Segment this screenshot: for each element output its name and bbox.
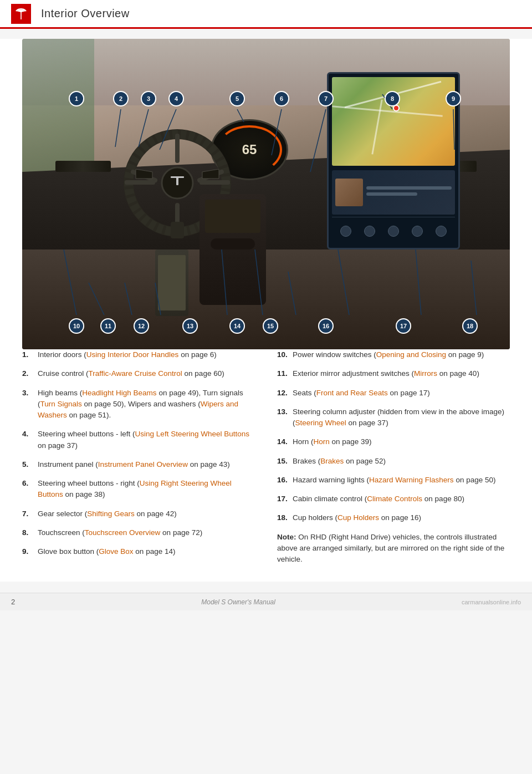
item-num-8: 8. [22,527,33,538]
note-section: Note: On RHD (Right Hand Drive) vehicles… [277,532,510,566]
ctrl-btn-5 [436,226,447,237]
item-num-12: 12. [277,388,288,399]
desc-item-7: 7. Gear selector (Shifting Gears on page… [22,508,255,520]
link-mirrors[interactable]: Mirrors [414,369,437,378]
car-interior-image: 65 [22,39,510,349]
item-num-4: 4. [22,429,33,451]
description-col-right: 10. Power window switches (Opening and C… [277,349,510,565]
item-text-3: High beams (Headlight High Beams on page… [38,388,255,421]
link-cup-holders[interactable]: Cup Holders [337,513,379,522]
item-num-16: 16. [277,475,288,486]
pedals [155,249,188,316]
description-col-left: 1. Interior doors (Using Interior Door H… [22,349,255,565]
item-text-1: Interior doors (Using Interior Door Hand… [38,349,217,360]
link-left-buttons[interactable]: Using Left Steering Wheel Buttons [135,430,249,438]
media-line-2 [366,192,417,196]
link-hazard[interactable]: Hazard Warning Flashers [369,476,454,484]
link-headlight[interactable]: Headlight High Beams [82,389,156,397]
item-text-17: Cabin climate control (Climate Controls … [293,493,464,505]
item-num-9: 9. [22,546,33,557]
link-interior-door[interactable]: Using Interior Door Handles [86,350,179,359]
link-climate[interactable]: Climate Controls [367,495,422,503]
tesla-logo [11,4,31,24]
desc-item-6: 6. Steering wheel buttons - right (Using… [22,478,255,501]
item-text-8: Touchscreen (Touchscreen Overview on pag… [38,527,202,538]
desc-item-5: 5. Instrument panel (Instrument Panel Ov… [22,459,255,470]
floor-layer [22,238,510,349]
screen-control-buttons [332,217,455,245]
desc-item-17: 17. Cabin climate control (Climate Contr… [277,493,510,505]
page-header: Interior Overview [0,0,532,29]
item-num-5: 5. [22,459,33,470]
desc-item-2: 2. Cruise control (Traffic-Aware Cruise … [22,368,255,379]
item-num-7: 7. [22,508,33,520]
link-horn[interactable]: Horn [314,437,330,446]
item-text-11: Exterior mirror adjustment switches (Mir… [293,368,479,379]
media-thumb [335,179,363,206]
page-title: Interior Overview [41,7,130,20]
item-text-9: Glove box button (Glove Box on page 14) [38,546,175,557]
svg-rect-11 [200,180,230,185]
item-text-7: Gear selector (Shifting Gears on page 42… [38,508,177,520]
item-num-6: 6. [22,478,33,501]
desc-item-3: 3. High beams (Headlight High Beams on p… [22,388,255,421]
item-text-18: Cup holders (Cup Holders on page 16) [293,512,421,523]
svg-rect-9 [171,222,184,238]
link-cruise-control[interactable]: Traffic-Aware Cruise Control [89,369,182,378]
desc-item-14: 14. Horn (Horn on page 39) [277,436,510,447]
link-steering-wheel[interactable]: Steering Wheel [295,419,346,427]
item-num-2: 2. [22,368,33,379]
link-glove-box[interactable]: Glove Box [99,547,133,556]
center-console [200,194,266,305]
desc-item-4: 4. Steering wheel buttons - left (Using … [22,429,255,451]
description-section: 1. Interior doors (Using Interior Door H… [17,349,515,565]
link-turn-signals[interactable]: Turn Signals [40,400,82,408]
note-label: Note: [277,533,296,541]
desc-item-1: 1. Interior doors (Using Interior Door H… [22,349,255,360]
item-num-15: 15. [277,456,288,467]
desc-item-15: 15. Brakes (Brakes on page 52) [277,456,510,467]
svg-rect-7 [176,176,178,185]
desc-item-18: 18. Cup holders (Cup Holders on page 16) [277,512,510,523]
item-num-17: 17. [277,493,288,505]
desc-item-11: 11. Exterior mirror adjustment switches … [277,368,510,379]
vent-left [55,161,111,172]
desc-item-12: 12. Seats (Front and Rear Seats on page … [277,388,510,399]
svg-rect-10 [125,180,155,185]
link-gear-selector[interactable]: Shifting Gears [87,510,135,518]
ctrl-btn-4 [412,226,423,237]
footer-page-number: 2 [11,598,15,606]
link-touchscreen[interactable]: Touchscreen Overview [85,528,161,537]
media-info [366,186,452,198]
link-power-window[interactable]: Opening and Closing [376,350,446,359]
item-text-14: Horn (Horn on page 39) [293,436,372,447]
page-content: 65 [0,39,532,582]
item-text-4: Steering wheel buttons - left (Using Lef… [38,429,255,451]
item-num-3: 3. [22,388,33,421]
item-text-16: Hazard warning lights (Hazard Warning Fl… [293,475,495,486]
desc-item-16: 16. Hazard warning lights (Hazard Warnin… [277,475,510,486]
item-num-11: 11. [277,368,288,379]
item-text-15: Brakes (Brakes on page 52) [293,456,386,467]
page-footer: 2 Model S Owner's Manual carmanualsonlin… [0,593,532,610]
desc-item-8: 8. Touchscreen (Touchscreen Overview on … [22,527,255,538]
media-line-1 [366,186,452,190]
item-text-10: Power window switches (Opening and Closi… [293,349,484,360]
item-text-13: Steering column adjuster (hidden from vi… [293,406,510,429]
link-brakes[interactable]: Brakes [320,457,344,465]
link-instrument-panel[interactable]: Instrument Panel Overview [98,460,188,469]
ctrl-btn-1 [340,226,351,237]
item-num-18: 18. [277,512,288,523]
item-text-2: Cruise control (Traffic-Aware Cruise Con… [38,368,224,379]
desc-item-10: 10. Power window switches (Opening and C… [277,349,510,360]
touchscreen-display [327,72,460,249]
item-text-6: Steering wheel buttons - right (Using Ri… [38,478,255,501]
item-num-13: 13. [277,406,288,429]
footer-manual-title: Model S Owner's Manual [201,598,275,606]
item-text-5: Instrument panel (Instrument Panel Overv… [38,459,230,470]
screen-map [332,77,455,166]
link-seats[interactable]: Front and Rear Seats [316,389,388,397]
link-right-buttons[interactable]: Using Right Steering Wheel Buttons [38,479,232,498]
desc-item-13: 13. Steering column adjuster (hidden fro… [277,406,510,429]
ctrl-btn-3 [388,226,399,237]
